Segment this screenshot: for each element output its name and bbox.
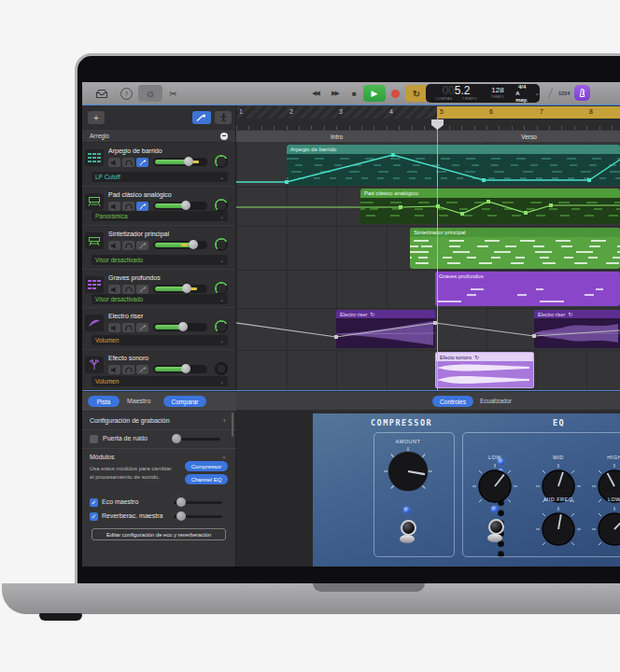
lcd-display[interactable]: 005.2 COMPÁS TIEMPO 128 TEMPO 4/4 A may.… <box>426 84 540 103</box>
automation-toggle[interactable] <box>136 158 148 167</box>
modules-section-header[interactable]: Módulos <box>90 454 114 460</box>
amount-knob[interactable] <box>381 444 435 498</box>
region-electro-riser-2[interactable]: Electro riser↻ <box>534 310 620 348</box>
mute-button[interactable] <box>108 241 120 250</box>
pan-knob[interactable] <box>215 320 228 333</box>
track-header-pad[interactable]: Pad clásico analógico Panorámica⌄ <box>82 187 235 226</box>
mute-button[interactable] <box>108 202 120 211</box>
mute-button[interactable] <box>108 365 120 374</box>
pan-knob[interactable] <box>215 282 228 295</box>
automation-toggle[interactable] <box>136 365 148 374</box>
chevron-down-icon: ⌄ <box>219 337 224 343</box>
pan-knob[interactable] <box>215 199 228 212</box>
rewind-button[interactable]: ◀◀ <box>312 82 318 105</box>
region-electro-riser-1[interactable]: Electro riser↻ <box>336 310 435 348</box>
track-header-efecto-sonoro[interactable]: Efecto sonoro Volumen⌄ <box>82 350 235 390</box>
eq-mid-freq-knob[interactable] <box>533 504 584 554</box>
arrangement-options-icon[interactable] <box>220 133 228 140</box>
tab-comparar[interactable]: Comparar <box>163 396 206 407</box>
noise-gate-checkbox[interactable] <box>90 435 98 443</box>
region-efecto-sonoro[interactable]: Efecto sonoro↻ <box>435 352 534 388</box>
edit-echo-reverb-button[interactable]: Editar configuración de eco y reverberac… <box>92 528 226 540</box>
track-header-sintetizador[interactable]: Sintetizador principal Visor desactivado… <box>82 226 235 270</box>
count-in-button[interactable]: 1234 <box>558 82 570 105</box>
arrangement-marker-intro[interactable]: Intro <box>236 131 437 142</box>
solo-button[interactable] <box>122 158 134 167</box>
tab-controles[interactable]: Controles <box>432 396 473 407</box>
track-header-graves[interactable]: Graves profundos Visor desactivado⌄ <box>82 270 235 308</box>
smart-controls-button[interactable]: ☼ <box>138 85 162 102</box>
region-sintetizador[interactable]: Sintetizador principal <box>410 228 620 269</box>
master-reverb-checkbox[interactable]: ✓ <box>90 512 98 521</box>
project-chooser-icon[interactable] <box>95 82 108 105</box>
tab-ecualizador[interactable]: Ecualizador <box>480 398 512 404</box>
track-icon-bass-pattern <box>85 276 104 293</box>
eq-low-knob[interactable] <box>470 461 520 511</box>
mute-button[interactable] <box>108 158 120 167</box>
track-lanes[interactable]: Arpegio de barrido Pad clásico analógico… <box>236 143 620 390</box>
volume-slider[interactable] <box>153 323 207 331</box>
automation-parameter-dropdown[interactable]: Visor desactivado⌄ <box>92 294 228 304</box>
automation-toggle[interactable] <box>136 285 148 294</box>
automation-toggle[interactable] <box>136 202 148 211</box>
master-echo-checkbox[interactable]: ✓ <box>90 498 98 507</box>
automation-parameter-dropdown[interactable]: LP Cutoff⌄ <box>92 172 228 182</box>
eq-power-switch[interactable] <box>486 518 503 542</box>
help-icon[interactable]: ? <box>120 82 133 105</box>
automation-parameter-dropdown[interactable]: Volumen⌄ <box>92 376 228 386</box>
region-graves[interactable]: Graves profundos <box>435 272 620 306</box>
solo-button[interactable] <box>122 285 134 294</box>
chevron-down-icon[interactable]: ⌄ <box>534 90 540 97</box>
pan-knob[interactable] <box>215 155 228 168</box>
master-echo-slider[interactable] <box>174 501 222 504</box>
ruler-no-cycle[interactable] <box>236 106 437 119</box>
master-reverb-slider[interactable] <box>174 515 222 518</box>
solo-button[interactable] <box>122 323 134 332</box>
solo-button[interactable] <box>122 365 134 374</box>
arrangement-marker-verso[interactable]: Verso <box>438 131 620 142</box>
tab-pista[interactable]: Pista <box>88 396 120 407</box>
automation-button[interactable] <box>192 111 211 124</box>
add-track-button[interactable]: + <box>88 111 105 124</box>
metronome-button[interactable] <box>574 85 590 101</box>
eq-low-cut-knob[interactable] <box>589 504 620 554</box>
region-pad[interactable]: Pad clásico analógico <box>360 189 620 224</box>
volume-slider[interactable] <box>153 202 207 210</box>
stop-button[interactable]: ■ <box>352 82 357 105</box>
forward-button[interactable]: ▶▶ <box>331 82 338 105</box>
arrangement-track-header[interactable]: Arreglo <box>82 129 235 143</box>
volume-slider[interactable] <box>153 285 207 293</box>
inspector-scrollbar[interactable] <box>232 413 233 437</box>
track-header-arpegio[interactable]: Arpegio de barrido LP Cutoff⌄ <box>82 143 235 187</box>
automation-parameter-dropdown[interactable]: Panorámica⌄ <box>92 211 228 221</box>
play-button[interactable]: ▶ <box>363 85 386 102</box>
automation-toggle[interactable] <box>136 323 148 332</box>
compressor-power-switch[interactable] <box>399 519 416 543</box>
automation-parameter-dropdown[interactable]: Visor desactivado⌄ <box>92 255 228 265</box>
playhead-line[interactable] <box>437 119 438 390</box>
musical-typing-button[interactable] <box>215 111 232 124</box>
volume-slider[interactable] <box>153 365 207 373</box>
cycle-button[interactable]: ↻ <box>405 85 428 102</box>
mute-button[interactable] <box>108 285 120 294</box>
module-channel-eq-button[interactable]: Channel EQ <box>185 474 228 484</box>
noise-gate-slider[interactable] <box>172 438 220 441</box>
solo-button[interactable] <box>122 241 134 250</box>
beat-ruler[interactable] <box>236 119 620 130</box>
mute-button[interactable] <box>108 323 120 332</box>
track-header-electro-riser[interactable]: Electro riser Volumen⌄ <box>82 308 235 350</box>
region-arpegio[interactable]: Arpegio de barrido <box>287 145 620 186</box>
pan-knob[interactable] <box>215 238 228 251</box>
module-compressor-button[interactable]: Compressor <box>185 461 228 471</box>
loop-icon: ↻ <box>474 354 479 360</box>
volume-slider[interactable] <box>153 158 207 166</box>
volume-slider[interactable] <box>153 241 207 249</box>
solo-button[interactable] <box>122 202 134 211</box>
recording-settings-row[interactable]: Configuración de grabación <box>90 417 170 424</box>
editors-icon[interactable]: ✂ <box>169 82 176 105</box>
automation-toggle[interactable] <box>136 241 148 250</box>
record-button[interactable] <box>391 82 400 105</box>
automation-parameter-dropdown[interactable]: Volumen⌄ <box>92 335 228 345</box>
pan-knob[interactable] <box>215 362 228 375</box>
tab-maestro[interactable]: Maestro <box>127 398 150 404</box>
